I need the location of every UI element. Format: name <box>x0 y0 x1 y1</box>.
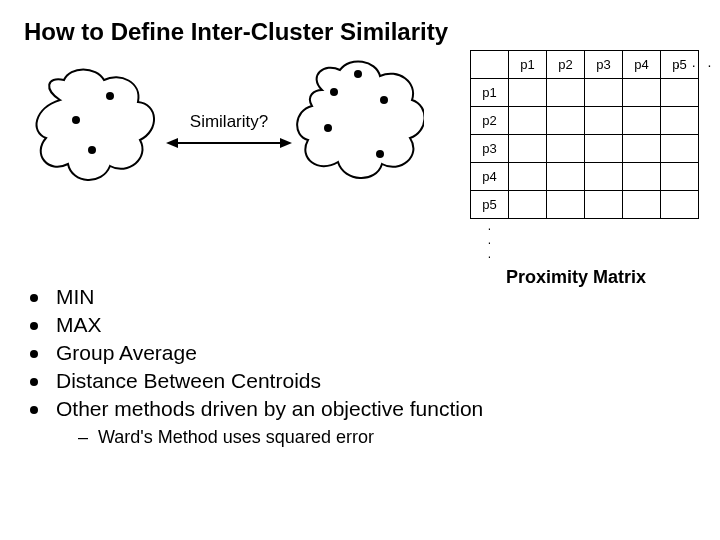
proximity-matrix: p1 p2 p3 p4 p5 p1 p2 p3 p4 p5 . . . Prox… <box>470 50 699 288</box>
list-item: Other methods driven by an objective fun… <box>30 397 483 421</box>
matrix-corner <box>471 51 509 79</box>
slide-title: How to Define Inter-Cluster Similarity <box>24 18 696 46</box>
method-label: Other methods driven by an objective fun… <box>56 397 483 421</box>
method-label: MIN <box>56 285 95 309</box>
list-item: Distance Between Centroids <box>30 369 483 393</box>
sub-item-label: Ward's Method uses squared error <box>98 427 374 447</box>
row-header: p1 <box>471 79 509 107</box>
similarity-arrow: Similarity? <box>164 112 294 156</box>
svg-point-5 <box>354 70 362 78</box>
col-header: p1 <box>509 51 547 79</box>
method-list: MIN MAX Group Average Distance Between C… <box>30 285 483 448</box>
row-header: p2 <box>471 107 509 135</box>
matrix-caption: Proximity Matrix <box>506 267 699 288</box>
sub-list-item: –Ward's Method uses squared error <box>78 427 483 448</box>
bullet-icon <box>30 294 38 302</box>
row-header: p4 <box>471 163 509 191</box>
svg-marker-9 <box>166 138 178 148</box>
list-item: MAX <box>30 313 483 337</box>
col-header: p4 <box>623 51 661 79</box>
col-header: p3 <box>585 51 623 79</box>
col-header: p2 <box>547 51 585 79</box>
dash-icon: – <box>78 427 88 447</box>
svg-point-4 <box>380 96 388 104</box>
row-dots: . <box>471 219 509 233</box>
row-dots: . <box>471 247 509 261</box>
row-header: p3 <box>471 135 509 163</box>
method-label: Group Average <box>56 341 197 365</box>
row-dots: . <box>471 233 509 247</box>
col-ellipsis: . . . <box>676 54 715 70</box>
method-label: MAX <box>56 313 102 337</box>
svg-point-7 <box>376 150 384 158</box>
list-item: MIN <box>30 285 483 309</box>
svg-point-3 <box>330 88 338 96</box>
svg-marker-10 <box>280 138 292 148</box>
row-header: p5 <box>471 191 509 219</box>
svg-point-1 <box>106 92 114 100</box>
matrix-table: p1 p2 p3 p4 p5 p1 p2 p3 p4 p5 . . . <box>470 50 699 261</box>
svg-point-2 <box>88 146 96 154</box>
cluster-diagram: Similarity? <box>24 58 424 218</box>
bullet-icon <box>30 322 38 330</box>
similarity-label: Similarity? <box>164 112 294 132</box>
double-arrow-icon <box>164 134 294 152</box>
svg-point-0 <box>72 116 80 124</box>
bullet-icon <box>30 378 38 386</box>
svg-point-6 <box>324 124 332 132</box>
method-label: Distance Between Centroids <box>56 369 321 393</box>
list-item: Group Average <box>30 341 483 365</box>
bullet-icon <box>30 350 38 358</box>
bullet-icon <box>30 406 38 414</box>
